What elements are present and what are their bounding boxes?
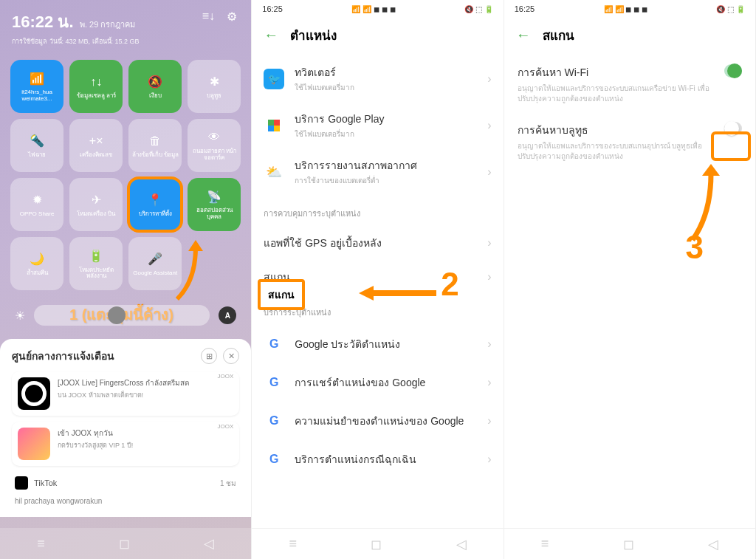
bluetooth-tile[interactable]: ✱บลูทูธ: [188, 60, 241, 113]
location-tile[interactable]: 📍บริการหาที่ตั้ง: [128, 178, 182, 231]
hotspot-tile[interactable]: 📡ฮอตสปอตส่วนบุคคล: [188, 178, 241, 231]
night-tile[interactable]: 🌙ล้ำสมคืน: [10, 237, 63, 290]
notif-manage-button[interactable]: ⊞: [201, 348, 217, 364]
notification-card[interactable]: JOOX เข้า JOOX ทุกวัน กดรับรางวัลสูงสุด …: [12, 422, 239, 466]
nav-home-icon[interactable]: ◻: [371, 536, 382, 552]
back-button[interactable]: ←: [264, 27, 278, 44]
joox-app-icon: [18, 377, 50, 410]
google-emergency-item[interactable]: G บริการตำแหน่งกรณีฉุกเฉิน ›: [252, 440, 503, 479]
nav-recent-icon[interactable]: ≡: [541, 536, 549, 552]
quick-settings-panel: 16:22 น. พ. 29 กรกฎาคม การใช้ข้อมูล วันน…: [0, 0, 252, 559]
nav-home-icon[interactable]: ◻: [119, 535, 130, 552]
scan-settings-panel: 16:25 📶 📶 ◼ ◼ ◼ 🔇 ⬚ 🔋 ← สแกน การค้นหา Wi…: [504, 0, 756, 559]
google-accuracy-item[interactable]: G ความแม่นยำของตำแหน่งของ Google ›: [252, 402, 503, 440]
chevron-right-icon: ›: [487, 414, 491, 428]
eye-comfort-tile[interactable]: 👁ถนอมสายตา หน้าจอดาร์ค: [188, 119, 241, 172]
google-play-icon: [264, 115, 284, 136]
google-g-icon: G: [264, 372, 284, 393]
nav-recent-icon[interactable]: ≡: [289, 536, 297, 552]
settings-gear-icon[interactable]: ⚙: [224, 9, 239, 24]
flashlight-tile[interactable]: 🔦ไฟฉาย: [10, 119, 63, 172]
cutoff-text: hil prachaya wongworakun: [12, 494, 239, 508]
brightness-slider[interactable]: [34, 305, 210, 326]
nav-recent-icon[interactable]: ≡: [37, 536, 45, 552]
clock-time: 16:22 น.: [12, 13, 74, 31]
airplane-icon: ✈: [88, 192, 104, 208]
nav-bar: ≡ ◻ ◁: [252, 528, 503, 559]
google-sharing-item[interactable]: G การแชร์ตำแหน่งของ Google ›: [252, 363, 503, 402]
status-icons-right: 🔇 ⬚ 🔋: [716, 5, 745, 13]
wifi-scanning-setting: การค้นหา Wi-Fi อนุญาตให้แอพและบริการของร…: [504, 55, 755, 113]
status-time: 16:25: [515, 4, 535, 13]
calculator-tile[interactable]: +×เครื่องคิดเลข: [69, 119, 123, 172]
moon-icon: 🌙: [29, 251, 45, 267]
assistant-tile[interactable]: 🎤Google Assistant: [128, 237, 182, 290]
silent-tile[interactable]: 🔕เงียบ: [128, 60, 182, 113]
nav-back-icon[interactable]: ◁: [456, 536, 467, 552]
notification-card[interactable]: JOOX [JOOX Live] FingersCross กำลังสตรีม…: [12, 371, 239, 416]
tiktok-time: 1 ชม: [220, 478, 236, 489]
auto-brightness-toggle[interactable]: A: [219, 306, 236, 324]
section-header: การควบคุมการระบุตำแหน่ง: [252, 195, 503, 226]
status-icons: 📶 📶 ◼ ◼ ◼: [604, 5, 647, 13]
chevron-right-icon: ›: [487, 270, 491, 284]
clock-date: พ. 29 กรกฎาคม: [80, 20, 135, 29]
notification-row[interactable]: TikTok 1 ชม: [12, 472, 239, 494]
twitter-icon: 🐦: [264, 69, 284, 89]
status-icons: 📶 📶 ◼ ◼ ◼: [351, 5, 395, 13]
qs-header: 16:22 น. พ. 29 กรกฎาคม การใช้ข้อมูล วันน…: [0, 0, 251, 52]
battery-saver-tile[interactable]: 🔋โหมดประหยัด พลังงาน: [69, 237, 123, 290]
qs-tiles-grid: 📶it24hrs_hua weimate3... ↑↓ข้อมูลเซลลู ล…: [0, 52, 251, 298]
flashlight-icon: 🔦: [29, 133, 45, 149]
settings-header: ← สแกน: [504, 18, 755, 55]
annotation-text-2: 2: [441, 266, 458, 303]
nav-back-icon[interactable]: ◁: [708, 536, 718, 552]
annotation-highlight-3: [711, 131, 751, 161]
tiktok-app-icon: [15, 476, 28, 490]
tiktok-label: TikTok: [34, 479, 57, 487]
nav-back-icon[interactable]: ◁: [204, 535, 214, 552]
bt-scan-desc: อนุญาตให้แอพและบริการของระบบสแกนอุปกรณ์ …: [518, 141, 715, 162]
calc-icon: +×: [88, 133, 104, 149]
wifi-icon: 📶: [29, 70, 45, 86]
data-usage-text: การใช้ข้อมูล วันนี้: 432 MB, เดือนนี้: 1…: [12, 36, 140, 47]
edit-icon[interactable]: ≡↓: [201, 9, 216, 24]
chevron-right-icon: ›: [487, 337, 491, 351]
share-icon: ✹: [29, 192, 45, 208]
notification-center: ศูนย์กลางการแจ้งเตือน ⊞ ✕ JOOX [JOOX Liv…: [0, 339, 251, 517]
weather-icon: ⛅: [264, 162, 284, 182]
airplane-tile[interactable]: ✈โหมดเครื่อง บิน: [69, 178, 123, 231]
chevron-right-icon: ›: [487, 236, 491, 250]
app-item-google-play[interactable]: บริการ Google Play ใช้ไฟแบตเตอรี่มาก ›: [252, 102, 503, 148]
page-title: ตำแหน่ง: [290, 25, 337, 45]
wifi-scan-title: การค้นหา Wi-Fi: [518, 64, 715, 80]
chevron-right-icon: ›: [487, 119, 491, 132]
wifi-scan-toggle[interactable]: [724, 64, 742, 78]
chevron-right-icon: ›: [487, 72, 491, 86]
cleanup-tile[interactable]: 🗑ล้างข้อที่เก็บ ข้อมูล: [128, 119, 182, 172]
trash-icon: 🗑: [147, 133, 163, 149]
nav-home-icon[interactable]: ◻: [623, 536, 634, 552]
google-history-item[interactable]: G Google ประวัติตำแหน่ง ›: [252, 325, 503, 363]
mobile-data-tile[interactable]: ↑↓ข้อมูลเซลลู ลาร์: [69, 60, 123, 113]
notif-clear-button[interactable]: ✕: [223, 348, 239, 364]
notif-center-title: ศูนย์กลางการแจ้งเตือน: [12, 348, 114, 364]
data-icon: ↑↓: [88, 74, 104, 90]
chevron-right-icon: ›: [487, 165, 491, 179]
wifi-scan-desc: อนุญาตให้แอพและบริการของระบบสแกนเครือข่า…: [518, 83, 715, 104]
settings-header: ← ตำแหน่ง: [252, 18, 503, 55]
google-g-icon: G: [264, 411, 284, 431]
battery-icon: 🔋: [88, 248, 104, 264]
gps-background-item[interactable]: แอพที่ใช้ GPS อยู่เบื้องหลัง ›: [252, 226, 503, 260]
oppo-share-tile[interactable]: ✹OPPO Share: [10, 178, 63, 231]
location-icon: 📍: [147, 192, 163, 208]
notif-title-text: [JOOX Live] FingersCross กำลังสตรีมสด: [58, 377, 233, 388]
wifi-tile[interactable]: 📶it24hrs_hua weimate3...: [10, 60, 63, 113]
app-item-twitter[interactable]: 🐦 ทวิตเตอร์ ใช้ไฟแบตเตอรี่มาก ›: [252, 55, 503, 102]
mute-icon: 🔕: [147, 74, 163, 90]
back-button[interactable]: ←: [516, 27, 531, 44]
page-title: สแกน: [543, 25, 574, 45]
mic-icon: 🎤: [147, 251, 163, 267]
app-item-weather[interactable]: ⛅ บริการรายงานสภาพอากาศ การใช้งานของแบตเ…: [252, 148, 503, 195]
status-time: 16:25: [262, 4, 283, 13]
